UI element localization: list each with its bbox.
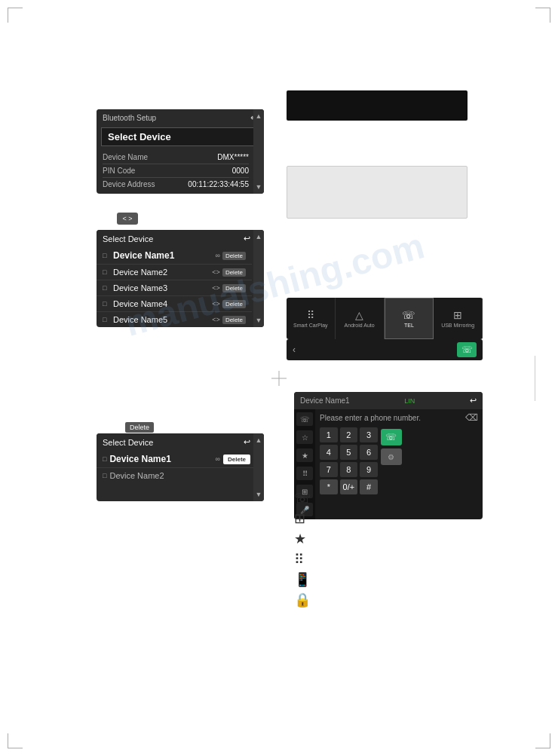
delete-btn-1[interactable]: Delete	[222, 252, 246, 260]
device-address-key: Device Address	[103, 180, 155, 188]
pin-code-key: PIN Code	[103, 167, 135, 175]
sd2-delete-btn-1[interactable]: Delete	[223, 455, 250, 464]
android-auto-label: Android Auto	[345, 323, 375, 328]
sd2-device-name-1: Device Name1	[109, 454, 215, 464]
bt-header: Bluetooth Setup ↩	[97, 109, 264, 126]
pdp-call-button-right[interactable]: ☏	[381, 429, 402, 445]
pdp-connected-label: LIN	[404, 397, 415, 405]
pdp-key-1[interactable]: 1	[320, 427, 338, 442]
pdp-key-8[interactable]: 8	[340, 462, 358, 477]
device-name-5: Device Name5	[113, 315, 212, 324]
device-icon-3: □	[103, 284, 110, 292]
pdp-key-3[interactable]: 3	[360, 427, 378, 442]
pdp-main: Please enter a phone number. ⌫ 1 2 3 4 5…	[315, 409, 483, 519]
pdp-key-2[interactable]: 2	[340, 427, 358, 442]
pdp-side-favorites-icon[interactable]: ★	[296, 448, 313, 462]
smart-carplay-label: Smart CarPlay	[293, 323, 328, 328]
phone-dial-panel: Device Name1 LIN ↩ ☏ ☆ ★ ⠿ ⊞ 🎤 Please en…	[294, 392, 483, 519]
scroll-up-arrow[interactable]: ▲	[256, 112, 262, 120]
device-row-4[interactable]: □ Device Name4 <> Delete	[97, 296, 252, 312]
pdp-key-hash[interactable]: #	[360, 479, 378, 494]
sd-scroll-down[interactable]: ▼	[256, 317, 262, 324]
delete-label-button[interactable]: Delete	[125, 422, 154, 433]
star-icon-display: ★	[294, 531, 306, 547]
scroll-down-arrow[interactable]: ▼	[256, 183, 262, 191]
device-name-row: Device Name DMX*****	[103, 151, 249, 164]
sd-back-button[interactable]: ↩	[244, 234, 250, 243]
device-row-3[interactable]: □ Device Name3 <> Delete	[97, 280, 252, 296]
select-device-label[interactable]: Select Device	[101, 127, 259, 146]
device-row-2[interactable]: □ Device Name2 <> Delete	[97, 265, 252, 280]
nav-item-smart-carplay[interactable]: ⠿ Smart CarPlay	[287, 298, 336, 339]
right-border-line	[535, 356, 535, 401]
corner-mark-bl	[8, 733, 23, 748]
delete-btn-4[interactable]: Delete	[222, 300, 246, 308]
sd-header: Select Device ↩	[97, 230, 264, 247]
corner-mark-tr	[535, 8, 550, 23]
nav-item-usb[interactable]: ⊞ USB Mirroring	[434, 298, 483, 339]
nav-item-android-auto[interactable]: △ Android Auto	[336, 298, 385, 339]
pdp-key-7[interactable]: 7	[320, 462, 338, 477]
arrows-button[interactable]: < >	[117, 213, 138, 225]
pdp-side-contacts-icon[interactable]: ☆	[296, 430, 313, 444]
sd2-header: Select Device ↩	[97, 433, 264, 451]
right-icon-dots: ⠿	[294, 551, 311, 568]
sd2-device-row-2[interactable]: □ Device Name2	[97, 468, 264, 483]
usb-label: USB Mirroring	[441, 323, 474, 328]
device-icon-5: □	[103, 316, 110, 323]
pdp-key-4[interactable]: 4	[320, 445, 338, 460]
crosshair-v	[279, 371, 280, 386]
sd2-link-icon-1: ∞	[216, 455, 220, 463]
device-row-1[interactable]: □ Device Name1 ∞ Delete	[97, 247, 252, 265]
right-icon-phone2: 📱	[294, 571, 311, 588]
right-light-panel	[287, 166, 468, 219]
device-name-4: Device Name4	[113, 299, 212, 308]
device-name-1: Device Name1	[113, 250, 215, 261]
sd2-device-icon-2: □	[103, 472, 106, 479]
device-row-5[interactable]: □ Device Name5 <> Delete	[97, 312, 252, 327]
device-name-key: Device Name	[103, 153, 148, 161]
sd-body: □ Device Name1 ∞ Delete □ Device Name2 <…	[97, 247, 264, 327]
sd-scrollbar: ▲ ▼	[253, 230, 264, 327]
pdp-back-button[interactable]: ↩	[470, 396, 477, 406]
pdp-number-input[interactable]: Please enter a phone number.	[320, 414, 465, 422]
pdp-side-keypad-icon[interactable]: ⠿	[296, 467, 313, 480]
tel-icon: ☏	[402, 309, 415, 321]
sd2-scrollbar: ▲ ▼	[253, 433, 264, 501]
sd2-device-row-1[interactable]: □ Device Name1 ∞ Delete	[97, 451, 264, 468]
tel-call-button[interactable]: ☏	[457, 342, 477, 357]
phone2-icon-display: 📱	[294, 571, 311, 588]
sd2-scroll-up[interactable]: ▲	[256, 436, 262, 444]
pdp-key-star[interactable]: *	[320, 479, 338, 494]
pin-code-row: PIN Code 0000	[103, 164, 249, 178]
device-icon-2: □	[103, 268, 110, 276]
android-auto-icon: △	[355, 309, 363, 321]
delete-btn-2[interactable]: Delete	[222, 268, 246, 277]
pdp-backspace-button[interactable]: ⌫	[465, 412, 478, 423]
pdp-extra-button[interactable]: ⚙	[381, 448, 402, 465]
pdp-key-5[interactable]: 5	[340, 445, 358, 460]
sd2-scroll-down[interactable]: ▼	[256, 491, 262, 498]
link-icon-4: <>	[212, 300, 220, 308]
pdp-keypad: 1 2 3 4 5 6 7 8 9 * 0/+ #	[320, 427, 378, 494]
tel-bar: ‹ ☏	[287, 339, 483, 360]
select-device-panel: Select Device ↩ □ Device Name1 ∞ Delete …	[97, 230, 264, 327]
smart-carplay-icon: ⠿	[307, 309, 314, 321]
device-icon-4: □	[103, 300, 110, 308]
pdp-key-0[interactable]: 0/+	[340, 479, 358, 494]
right-icon-grid: ⊞	[294, 510, 311, 527]
tel-label: TEL	[404, 323, 414, 328]
pdp-key-6[interactable]: 6	[360, 445, 378, 460]
pdp-key-9[interactable]: 9	[360, 462, 378, 477]
pdp-body: ☏ ☆ ★ ⠿ ⊞ 🎤 Please enter a phone number.…	[294, 409, 483, 519]
grid-icon-display: ⊞	[294, 510, 305, 527]
delete-btn-5[interactable]: Delete	[222, 316, 246, 324]
right-icon-phone: ☏	[294, 490, 311, 507]
sd2-back-button[interactable]: ↩	[244, 437, 250, 447]
nav-item-tel[interactable]: ☏ TEL	[385, 298, 434, 339]
delete-btn-3[interactable]: Delete	[222, 284, 246, 292]
sd-scroll-up[interactable]: ▲	[256, 233, 262, 240]
right-icon-star: ★	[294, 531, 311, 547]
pdp-side-phone-icon[interactable]: ☏	[296, 412, 313, 426]
bt-header-label: Bluetooth Setup	[103, 114, 156, 122]
